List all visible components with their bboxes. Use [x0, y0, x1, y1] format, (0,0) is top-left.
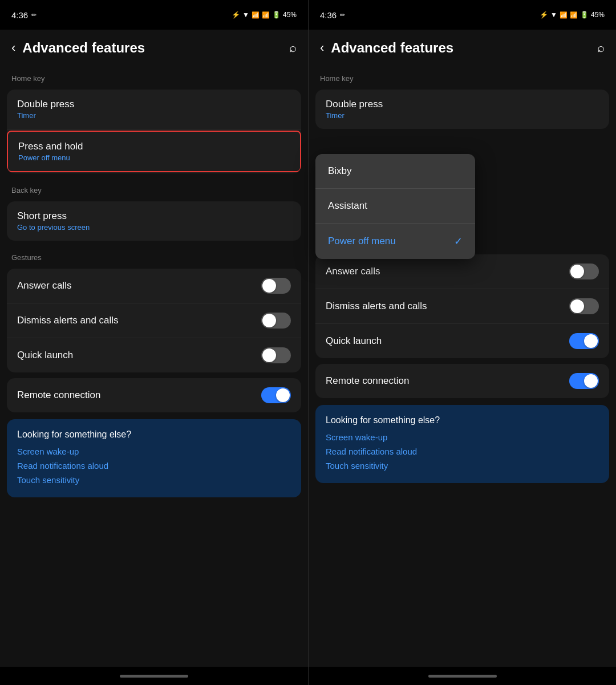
left-double-press-item[interactable]: Double press Timer: [7, 90, 301, 129]
left-search-button[interactable]: ⌕: [289, 40, 297, 55]
left-nav-pill: [120, 675, 188, 678]
right-looking-title: Looking for something else?: [326, 415, 599, 425]
left-dismiss-alerts-knob: [262, 314, 276, 327]
left-gestures-card: Answer calls Dismiss alerts and calls Qu…: [7, 269, 301, 372]
left-dismiss-alerts-title: Dismiss alerts and calls: [17, 315, 119, 326]
left-press-hold-sub: Power off menu: [18, 153, 83, 162]
right-remote-connection-item[interactable]: Remote connection: [315, 364, 609, 398]
right-quick-launch-knob: [584, 334, 598, 348]
right-read-notifs-link[interactable]: Read notifications aloud: [326, 447, 599, 456]
left-remote-connection-item[interactable]: Remote connection: [7, 378, 301, 412]
right-section-home-key-label: Home key: [309, 64, 616, 87]
left-answer-calls-knob: [262, 279, 276, 293]
right-dropdown-bixby[interactable]: Bixby: [315, 154, 475, 189]
left-looking-title: Looking for something else?: [17, 429, 291, 440]
bt-icon: ⚡: [232, 11, 240, 19]
left-dismiss-alerts-toggle[interactable]: [261, 313, 291, 329]
right-dropdown-power-off-label: Power off menu: [328, 236, 396, 247]
right-back-button[interactable]: ‹: [320, 40, 324, 55]
left-section-home-key-label: Home key: [0, 64, 308, 87]
left-time: 4:36: [11, 10, 28, 20]
right-answer-calls-toggle[interactable]: [569, 264, 599, 279]
left-press-hold-title: Press and hold: [18, 141, 83, 152]
right-gestures-card: Answer calls Dismiss alerts and calls: [315, 254, 609, 358]
left-dismiss-alerts-item[interactable]: Dismiss alerts and calls: [7, 303, 301, 338]
left-quick-launch-toggle[interactable]: [261, 347, 291, 363]
left-press-hold-item[interactable]: Press and hold Power off menu: [7, 131, 301, 172]
left-phone-panel: 4:36 ✏ ⚡ ▼ 📶 📶 🔋 45% ‹ Advanced features…: [0, 0, 308, 685]
left-page-title: Advanced features: [22, 40, 282, 56]
right-dismiss-alerts-title: Dismiss alerts and calls: [326, 301, 427, 312]
right-status-icons: ⚡ ▼ 📶 📶 🔋 45%: [540, 11, 605, 19]
right-signal-icon1: 📶: [560, 11, 568, 19]
right-home-key-card: Double press Timer: [315, 90, 609, 129]
left-section-back-key-label: Back key: [0, 176, 308, 199]
signal-icon2: 📶: [262, 11, 270, 19]
left-double-press-title: Double press: [17, 99, 74, 110]
left-nav-bar: [0, 667, 308, 685]
left-status-icons: ⚡ ▼ 📶 📶 🔋 45%: [232, 11, 297, 19]
right-dropdown-assistant[interactable]: Assistant: [315, 189, 475, 224]
right-dismiss-alerts-item[interactable]: Dismiss alerts and calls: [315, 289, 609, 324]
right-remote-connection-toggle[interactable]: [569, 373, 599, 389]
left-edit-icon: ✏: [31, 11, 37, 19]
right-quick-launch-title: Quick launch: [326, 335, 382, 347]
left-short-press-item[interactable]: Short press Go to previous screen: [7, 201, 301, 241]
left-section-gestures-label: Gestures: [0, 243, 308, 266]
left-touch-sensitivity-link[interactable]: Touch sensitivity: [17, 475, 291, 485]
right-time: 4:36: [320, 10, 337, 20]
right-answer-calls-knob: [570, 265, 584, 278]
wifi-icon: ▼: [242, 11, 249, 19]
right-quick-launch-toggle[interactable]: [569, 333, 599, 349]
left-quick-launch-knob: [262, 348, 276, 362]
left-screen-wakeup-link[interactable]: Screen wake-up: [17, 447, 291, 456]
right-battery-pct: 45%: [591, 11, 605, 19]
right-screen-wakeup-link[interactable]: Screen wake-up: [326, 432, 599, 442]
left-quick-launch-item[interactable]: Quick launch: [7, 338, 301, 372]
right-looking-card: Looking for something else? Screen wake-…: [315, 405, 609, 483]
right-phone-panel: 4:36 ✏ ⚡ ▼ 📶 📶 🔋 45% ‹ Advanced features…: [308, 0, 616, 685]
left-remote-card: Remote connection: [7, 378, 301, 412]
right-nav-pill: [428, 675, 497, 678]
right-status-bar: 4:36 ✏ ⚡ ▼ 📶 📶 🔋 45%: [309, 0, 616, 30]
right-double-press-item[interactable]: Double press Timer: [315, 90, 609, 129]
left-answer-calls-item[interactable]: Answer calls: [7, 269, 301, 303]
left-looking-card: Looking for something else? Screen wake-…: [7, 419, 301, 497]
left-answer-calls-toggle[interactable]: [261, 278, 291, 294]
battery-icon: 🔋: [272, 11, 281, 19]
right-dropdown-check: ✓: [454, 235, 463, 248]
right-wifi-icon: ▼: [550, 11, 557, 19]
right-quick-launch-item[interactable]: Quick launch: [315, 324, 609, 358]
left-scroll-content: Home key Double press Timer Press and ho…: [0, 64, 308, 667]
right-dismiss-alerts-toggle[interactable]: [569, 298, 599, 314]
right-answer-calls-title: Answer calls: [326, 266, 380, 277]
right-dropdown-menu[interactable]: Bixby Assistant Power off menu ✓: [315, 154, 475, 259]
left-status-time: 4:36 ✏: [11, 10, 37, 20]
right-answer-calls-item[interactable]: Answer calls: [315, 254, 609, 289]
right-signal-icon2: 📶: [570, 11, 578, 19]
right-search-button[interactable]: ⌕: [597, 40, 605, 55]
right-header: ‹ Advanced features ⌕: [309, 30, 616, 64]
right-page-title: Advanced features: [331, 40, 590, 56]
right-battery-icon: 🔋: [580, 11, 589, 19]
left-header: ‹ Advanced features ⌕: [0, 30, 308, 64]
left-remote-connection-title: Remote connection: [17, 390, 100, 401]
right-nav-bar: [309, 667, 616, 685]
right-touch-sensitivity-link[interactable]: Touch sensitivity: [326, 461, 599, 471]
left-battery-pct: 45%: [283, 11, 297, 19]
right-dismiss-alerts-knob: [570, 299, 584, 313]
left-remote-connection-knob: [276, 388, 290, 402]
right-scroll-content: Home key Double press Timer Bixby Assist…: [309, 64, 616, 667]
right-double-press-sub: Timer: [326, 111, 383, 120]
left-back-key-card: Short press Go to previous screen: [7, 201, 301, 241]
left-short-press-title: Short press: [17, 210, 90, 222]
left-remote-connection-toggle[interactable]: [261, 387, 291, 403]
left-quick-launch-title: Quick launch: [17, 350, 73, 361]
signal-icon1: 📶: [252, 11, 260, 19]
left-read-notifs-link[interactable]: Read notifications aloud: [17, 461, 291, 471]
left-back-button[interactable]: ‹: [11, 40, 15, 55]
right-status-time: 4:36 ✏: [320, 10, 345, 20]
left-status-bar: 4:36 ✏ ⚡ ▼ 📶 📶 🔋 45%: [0, 0, 308, 30]
right-dropdown-power-off[interactable]: Power off menu ✓: [315, 224, 475, 259]
right-bt-icon: ⚡: [540, 11, 548, 19]
